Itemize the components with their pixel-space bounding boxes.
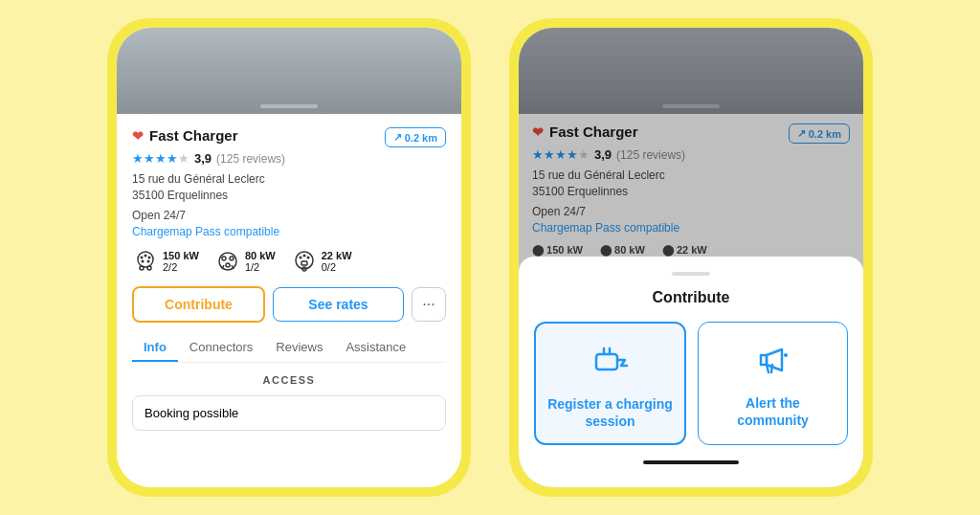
chargemap-pass-1: Chargemap Pass compatible — [132, 225, 446, 238]
station-card-1: ❤ Fast Charger ↗ 0.2 km ★★★★★ 3,9 (125 r… — [117, 114, 461, 487]
arrow-icon: ↗ — [393, 131, 402, 144]
station-name-1: Fast Charger — [149, 127, 238, 144]
rating-count-1: (125 reviews) — [216, 152, 285, 166]
connector-3: 22 kW 0/2 — [291, 248, 352, 275]
svg-point-3 — [148, 256, 151, 258]
type2-icon — [291, 248, 318, 275]
section-label: ACCESS — [132, 374, 446, 386]
charging-icon — [590, 341, 631, 386]
phone-1-wrapper: ❤ Fast Charger ↗ 0.2 km ★★★★★ 3,9 (125 r… — [107, 18, 471, 497]
svg-rect-20 — [596, 354, 617, 369]
svg-point-4 — [142, 259, 145, 262]
connector-1: 150 kW 2/2 — [132, 248, 199, 275]
address-line2-1: 35100 Erquelinnes — [132, 189, 228, 202]
phone-1: ❤ Fast Charger ↗ 0.2 km ★★★★★ 3,9 (125 r… — [117, 28, 461, 487]
actions-row-1: Contribute See rates ··· — [132, 286, 446, 323]
modal-overlay: Contribute Regis — [519, 28, 863, 487]
rating-row-1: ★★★★★ 3,9 (125 reviews) — [132, 151, 446, 166]
connectors-row-1: 150 kW 2/2 — [132, 248, 446, 275]
tab-connectors[interactable]: Connectors — [178, 334, 264, 362]
svg-point-6 — [140, 266, 144, 270]
svg-point-9 — [222, 257, 226, 260]
register-session-option[interactable]: Register a charging session — [534, 322, 686, 445]
svg-point-25 — [784, 353, 788, 357]
rating-num-1: 3,9 — [194, 151, 212, 166]
open-text-1: Open 24/7 — [132, 209, 446, 222]
tab-reviews[interactable]: Reviews — [264, 334, 334, 362]
ccs-icon — [132, 248, 159, 275]
booking-field: Booking possible — [132, 395, 446, 431]
svg-point-0 — [138, 252, 153, 267]
svg-point-7 — [147, 266, 151, 270]
phone-2: ❤ Fast Charger ↗ 0.2 km ★★★★★ 3,9 (125 r… — [519, 28, 863, 487]
connector-3-kw: 22 kW — [322, 250, 352, 261]
station-title-1: ❤ Fast Charger — [132, 127, 238, 144]
svg-point-5 — [147, 259, 150, 262]
station-photo-1 — [117, 28, 461, 114]
home-indicator — [643, 460, 739, 464]
distance-badge-1: ↗ 0.2 km — [385, 127, 446, 147]
card-header-1: ❤ Fast Charger ↗ 0.2 km — [132, 127, 446, 147]
connector-1-kw: 150 kW — [163, 250, 199, 261]
connector-2-kw: 80 kW — [245, 250, 276, 261]
connector-1-avail: 2/2 — [163, 261, 199, 273]
chademo-icon — [214, 248, 241, 275]
alert-community-label: Alert the community — [708, 394, 837, 429]
register-session-label: Register a charging session — [546, 395, 675, 430]
connector-2: 80 kW 1/2 — [214, 248, 276, 275]
svg-point-16 — [306, 256, 309, 258]
connector-2-avail: 1/2 — [245, 261, 276, 273]
modal-handle — [672, 272, 710, 276]
stars-1: ★★★★★ — [132, 151, 189, 166]
address-line1-1: 15 rue du Général Leclerc — [132, 172, 265, 186]
svg-rect-18 — [301, 261, 307, 265]
more-button-1[interactable]: ··· — [412, 287, 446, 322]
svg-point-1 — [141, 256, 144, 258]
modal-options: Register a charging session — [534, 322, 848, 445]
svg-point-11 — [226, 263, 230, 267]
address-1: 15 rue du Général Leclerc 35100 Erquelin… — [132, 171, 446, 204]
modal-title: Contribute — [534, 289, 848, 306]
tab-assistance[interactable]: Assistance — [334, 334, 417, 362]
svg-point-15 — [299, 256, 301, 258]
alert-community-option[interactable]: Alert the community — [698, 322, 848, 445]
phone-2-wrapper: ❤ Fast Charger ↗ 0.2 km ★★★★★ 3,9 (125 r… — [509, 18, 873, 497]
svg-line-24 — [771, 365, 772, 372]
connector-3-avail: 0/2 — [322, 261, 352, 273]
contribute-modal: Contribute Regis — [519, 257, 863, 487]
svg-point-17 — [302, 254, 305, 257]
tabs-row-1: Info Connectors Reviews Assistance — [132, 334, 446, 363]
booking-text: Booking possible — [145, 406, 238, 420]
alert-icon — [753, 340, 793, 385]
tab-info[interactable]: Info — [132, 334, 178, 362]
svg-point-2 — [145, 254, 147, 257]
distance-text-1: 0.2 km — [405, 132, 437, 144]
heart-icon: ❤ — [132, 128, 144, 144]
see-rates-button[interactable]: See rates — [273, 287, 404, 322]
svg-point-10 — [230, 257, 234, 260]
contribute-button-1[interactable]: Contribute — [132, 286, 265, 323]
